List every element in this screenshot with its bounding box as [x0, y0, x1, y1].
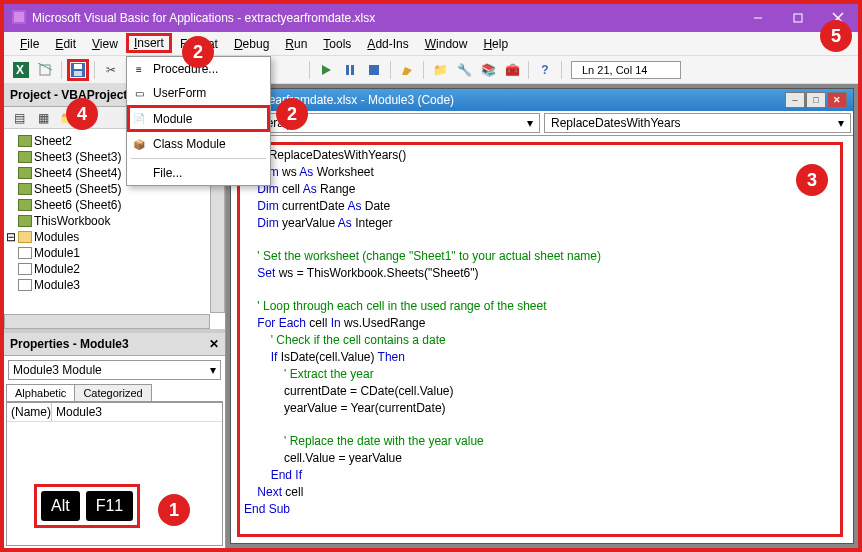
- menu-file-insert[interactable]: File...: [127, 161, 270, 185]
- props-panel-close[interactable]: ✕: [209, 337, 219, 351]
- tree-sheet[interactable]: Sheet6 (Sheet6): [18, 197, 223, 213]
- svg-rect-12: [74, 71, 82, 76]
- menu-tools[interactable]: Tools: [315, 34, 359, 54]
- menu-module[interactable]: 📄Module: [127, 105, 270, 132]
- tree-thisworkbook[interactable]: ThisWorkbook: [18, 213, 223, 229]
- insert-menu-dropdown: ≡Procedure... ▭UserForm 📄Module 📦Class M…: [126, 56, 271, 186]
- code-window-header[interactable]: 📄ttyearfromdate.xlsx - Module3 (Code) – …: [231, 89, 853, 111]
- title-bar: Microsoft Visual Basic for Applications …: [4, 4, 858, 32]
- tree-module[interactable]: Module1: [18, 245, 223, 261]
- menu-debug[interactable]: Debug: [226, 34, 277, 54]
- excel-icon[interactable]: X: [10, 59, 32, 81]
- tree-folder-modules[interactable]: ⊟ Modules: [6, 229, 223, 245]
- help-icon[interactable]: ?: [534, 59, 556, 81]
- svg-marker-17: [402, 67, 412, 75]
- menu-view[interactable]: View: [84, 34, 126, 54]
- props-icon[interactable]: 🔧: [453, 59, 475, 81]
- pause-icon[interactable]: [339, 59, 361, 81]
- view-code-icon[interactable]: ▤: [8, 107, 30, 129]
- svg-rect-3: [794, 14, 802, 22]
- insert-icon[interactable]: [34, 59, 56, 81]
- code-window: 📄ttyearfromdate.xlsx - Module3 (Code) – …: [230, 88, 854, 544]
- chevron-down-icon: ▾: [527, 116, 533, 130]
- tree-module[interactable]: Module2: [18, 261, 223, 277]
- code-max-button[interactable]: □: [806, 92, 826, 108]
- tab-categorized[interactable]: Categorized: [74, 384, 151, 401]
- project-panel-title: Project - VBAProject: [10, 88, 127, 102]
- maximize-button[interactable]: [778, 4, 818, 32]
- app-icon: [12, 10, 26, 27]
- prop-name-value[interactable]: Module3: [52, 403, 106, 421]
- callout-1: 1: [158, 494, 190, 526]
- callout-3: 3: [796, 164, 828, 196]
- app-title: Microsoft Visual Basic for Applications …: [32, 11, 738, 25]
- props-object-combo[interactable]: Module3 Module▾: [8, 360, 221, 380]
- design-icon[interactable]: [396, 59, 418, 81]
- callout-2b: 2: [276, 98, 308, 130]
- chevron-down-icon: ▾: [838, 116, 844, 130]
- save-button[interactable]: [67, 59, 89, 81]
- cursor-position: Ln 21, Col 14: [571, 61, 681, 79]
- userform-icon: ▭: [131, 85, 147, 101]
- code-editor[interactable]: Sub ReplaceDatesWithYears() Dim ws As Wo…: [237, 142, 843, 537]
- menu-classmodule[interactable]: 📦Class Module: [127, 132, 270, 156]
- menu-file[interactable]: File: [12, 34, 47, 54]
- run-icon[interactable]: [315, 59, 337, 81]
- code-min-button[interactable]: –: [785, 92, 805, 108]
- tab-alphabetic[interactable]: Alphabetic: [6, 384, 75, 401]
- code-close-button[interactable]: ✕: [827, 92, 847, 108]
- menu-help[interactable]: Help: [475, 34, 516, 54]
- view-obj-icon[interactable]: ▦: [32, 107, 54, 129]
- keycap-alt: Alt: [41, 491, 80, 521]
- svg-marker-13: [322, 65, 331, 75]
- classmodule-icon: 📦: [131, 136, 147, 152]
- menu-addins[interactable]: Add-Ins: [359, 34, 416, 54]
- project-icon[interactable]: 📁: [429, 59, 451, 81]
- browser-icon[interactable]: 📚: [477, 59, 499, 81]
- menu-insert[interactable]: Insert: [126, 33, 172, 53]
- svg-text:X: X: [16, 63, 24, 77]
- minimize-button[interactable]: [738, 4, 778, 32]
- module-icon: 📄: [131, 111, 147, 127]
- svg-rect-15: [351, 65, 354, 75]
- menu-edit[interactable]: Edit: [47, 34, 84, 54]
- tree-module[interactable]: Module3: [18, 277, 223, 293]
- menu-userform[interactable]: ▭UserForm: [127, 81, 270, 105]
- shortcut-hint: Alt F11: [34, 484, 140, 528]
- callout-4: 4: [66, 98, 98, 130]
- stop-icon[interactable]: [363, 59, 385, 81]
- props-panel-title: Properties - Module3: [10, 337, 129, 351]
- callout-5: 5: [820, 20, 852, 52]
- svg-rect-14: [346, 65, 349, 75]
- svg-rect-11: [74, 64, 82, 69]
- props-panel-header: Properties - Module3 ✕: [4, 333, 225, 356]
- cut-icon[interactable]: ✂: [100, 59, 122, 81]
- procedure-icon: ≡: [131, 61, 147, 77]
- svg-rect-1: [14, 12, 24, 22]
- callout-2a: 2: [182, 36, 214, 68]
- toolbox-icon[interactable]: 🧰: [501, 59, 523, 81]
- keycap-f11: F11: [86, 491, 134, 521]
- menu-bar: File Edit View Insert Format Debug Run T…: [4, 32, 858, 56]
- chevron-down-icon: ▾: [210, 363, 216, 377]
- procedure-combo[interactable]: ReplaceDatesWithYears▾: [544, 113, 851, 133]
- svg-rect-16: [369, 65, 379, 75]
- menu-run[interactable]: Run: [277, 34, 315, 54]
- menu-window[interactable]: Window: [417, 34, 476, 54]
- prop-name-label: (Name): [7, 403, 52, 421]
